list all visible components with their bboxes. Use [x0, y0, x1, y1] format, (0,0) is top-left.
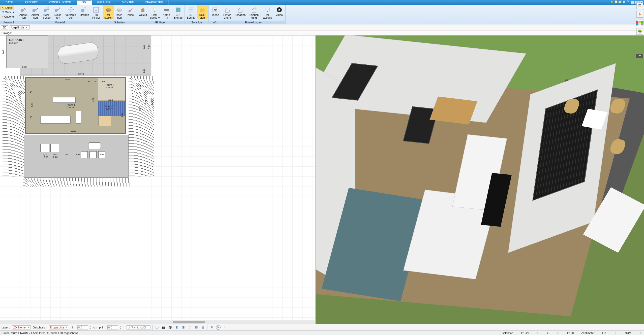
bitmap-button[interactable]: 3D- Bitmap — [172, 6, 184, 19]
layer-dropdown[interactable]: 2D-Elemen — [12, 325, 31, 329]
svg-rect-10 — [154, 11, 155, 12]
svg-rect-23 — [267, 11, 268, 12]
drawer-handle[interactable]: ≡ — [636, 54, 643, 58]
help-icon[interactable]: ? — [626, 0, 630, 4]
scrollbar-horizontal[interactable] — [0, 320, 315, 324]
menu-tab-sichten[interactable]: SICHTEN — [116, 0, 140, 5]
svg-rect-11 — [164, 9, 168, 11]
schatten-button[interactable]: Schatten — [233, 6, 247, 17]
display-icon — [264, 7, 271, 13]
cubeshadow-icon — [105, 7, 112, 13]
layer-dropdown[interactable]: Urgelände — [10, 25, 30, 29]
video-small-icon[interactable]: 🎥 — [168, 325, 172, 330]
layers-icon[interactable]: ☰ — [636, 3, 643, 9]
lichtquelle-button[interactable]: Licht- quelle ▾ — [148, 6, 161, 19]
move-icon — [68, 7, 74, 13]
dim-label: 3,01 — [52, 153, 57, 156]
viewtype-label: 3D — [1, 25, 8, 29]
rechnen-button[interactable]: Rech- nen — [114, 6, 125, 19]
furniture — [40, 116, 71, 124]
tool-icon[interactable]: ✖ — [610, 0, 614, 4]
furniture — [89, 151, 97, 158]
menu-tab-bearbeiten[interactable]: BEARBEITEN — [140, 0, 169, 5]
backbrush-icon — [93, 7, 99, 13]
darstellen-button[interactable]: Dar- stellen — [103, 6, 114, 19]
objekt-button[interactable]: Objekt — [137, 6, 148, 17]
menu-tab-3d[interactable]: 3D — [77, 0, 92, 5]
dim-label: 10,00 — [71, 130, 76, 132]
hinpinsel-button[interactable]: Hin. Pinsel — [90, 6, 102, 19]
skalieren-button[interactable]: Skalie- ren — [52, 6, 64, 19]
svg-rect-0 — [21, 9, 24, 12]
bearbeiten-button[interactable]: Bear- beiten — [41, 6, 52, 19]
tree-icon[interactable]: 🌳 — [636, 28, 643, 35]
l-unit: cm — [94, 326, 97, 329]
svg-point-9 — [153, 8, 156, 11]
svg-point-17 — [202, 8, 205, 12]
rotate-icon — [81, 7, 88, 13]
menu-tab-konstruktion[interactable]: KONSTRUKTION — [43, 0, 77, 5]
phi-spinner[interactable]: ▲▼ — [120, 326, 121, 329]
palette-icon[interactable] — [636, 20, 643, 26]
floor-dropdown[interactable]: Erdgeschos — [49, 325, 68, 329]
schnitt-button[interactable]: 3D- Schnitt — [185, 6, 197, 19]
stack1-icon[interactable]: ◧ — [174, 325, 179, 330]
stack2-icon[interactable]: ◨ — [181, 325, 186, 330]
video-button[interactable]: Video — [274, 6, 285, 17]
camera-small-icon[interactable]: 📷 — [161, 325, 166, 330]
light-icon — [251, 7, 257, 13]
grid-icon[interactable]: ⊞ — [209, 325, 214, 330]
pick-icon — [21, 7, 27, 13]
north-icon[interactable]: N — [216, 325, 221, 330]
viewport-2d[interactable]: CARPORT 26,95 m² 10,74 5,38 5,25 5,01 5,… — [0, 35, 316, 324]
drehen-button[interactable]: Drehen — [78, 6, 90, 17]
phi-unit: ° — [123, 326, 124, 329]
kollision-button[interactable]: Kolli- sion — [197, 6, 208, 19]
viewport-3d[interactable] — [316, 35, 644, 324]
layers2-icon[interactable]: ⬒ — [194, 325, 199, 330]
zuweisen-button[interactable]: Zuwei- sen — [30, 6, 41, 19]
dim-label: 2,01 — [76, 153, 80, 156]
menu-tab-gelaende[interactable]: GELÄNDE — [92, 0, 116, 5]
group-title: Schatten — [102, 21, 137, 24]
verschieben-button[interactable]: Verschie- ben — [64, 6, 78, 19]
menu-tab-projekt[interactable]: PROJEKT — [19, 0, 44, 5]
folder-icon[interactable]: 📁 — [618, 0, 622, 4]
kamera-button[interactable]: Kame- ra — [161, 6, 172, 19]
pinsel-button[interactable]: Pinsel — [125, 6, 136, 17]
dl-input[interactable]: dl (Richtung/Di — [127, 325, 150, 329]
mark-button[interactable]: ⊞Mark. ▾ — [1, 10, 15, 14]
darstellung-button[interactable]: Dar- stellung — [261, 6, 274, 19]
save-icon[interactable]: 📋 — [614, 0, 618, 4]
l-spinner[interactable]: ▲▼ — [90, 326, 91, 329]
room3-label: Raum 36,07 m² — [105, 105, 114, 110]
chair-icon[interactable]: 🪑 — [636, 11, 643, 18]
clock-icon[interactable]: 🕘 — [155, 325, 159, 330]
dim-label: 3,00 — [108, 99, 113, 101]
camera-icon — [164, 7, 170, 13]
abgreifen-button[interactable]: Abgrei- fen — [18, 6, 30, 19]
cube-icon — [116, 7, 123, 13]
flaeche-button[interactable]: m²Fläche — [209, 6, 221, 17]
phi-input[interactable]: 0,0 — [107, 325, 118, 329]
hintergrund-button[interactable]: Hinter- grund — [222, 6, 233, 19]
minimize-button[interactable]: — — [631, 1, 634, 4]
beleuchtung-button[interactable]: Beleuch- tung — [247, 6, 261, 19]
layers3-icon[interactable]: ⬓ — [201, 325, 205, 330]
mark-icon: ⊞ — [2, 11, 4, 14]
dim-label: 1,51 — [31, 102, 33, 107]
collision-icon — [199, 7, 206, 13]
layers1-icon[interactable]: ⬚ — [188, 325, 192, 330]
menu-tab-datei[interactable]: DATEI — [0, 0, 19, 5]
l-input[interactable]: 0,0 — [77, 325, 88, 329]
info-icon[interactable]: i — [223, 325, 227, 330]
svg-rect-5 — [81, 9, 84, 12]
menu-bar: DATEI PROJEKT KONSTRUKTION 3D GELÄNDE SI… — [0, 0, 644, 5]
bulb-icon — [151, 7, 158, 13]
vegetation — [129, 76, 154, 176]
status-uf: UF — [614, 331, 618, 334]
optionen-button[interactable]: +Optionen — [1, 15, 17, 19]
select-button[interactable]: ↖Selekt — [1, 6, 14, 10]
window-icon[interactable]: ⧉ — [622, 0, 626, 4]
ribbon-group-schatten: Dar- stellen Rech- nen Pinsel Schatten — [102, 5, 137, 24]
